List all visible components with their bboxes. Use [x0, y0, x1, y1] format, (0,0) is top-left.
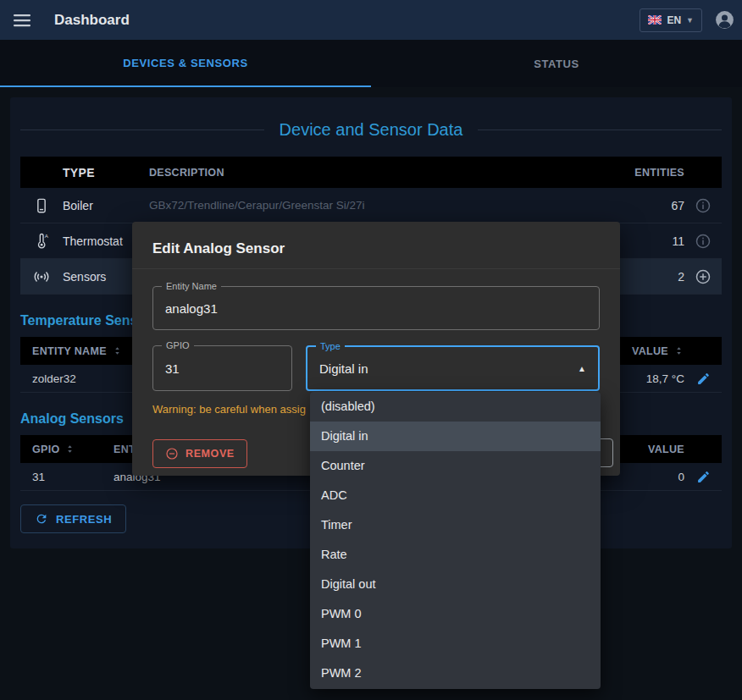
- type-selected-value: Digital in: [307, 361, 578, 376]
- minus-circle-icon: [165, 447, 179, 460]
- card-title: Device and Sensor Data: [280, 120, 463, 140]
- chevron-up-icon: ▲: [578, 364, 586, 373]
- menu-option-adc[interactable]: ADC: [310, 481, 601, 510]
- thermostat-icon: A: [20, 233, 63, 250]
- divider: [478, 130, 722, 130]
- svg-text:A: A: [45, 233, 49, 239]
- sensors-icon: [20, 267, 63, 286]
- user-avatar-icon[interactable]: [714, 9, 735, 30]
- menu-option-pwm2[interactable]: PWM 2: [310, 659, 601, 688]
- type-label: Type: [316, 341, 345, 352]
- sort-icon[interactable]: [64, 444, 75, 455]
- menu-option-disabled[interactable]: (disabled): [310, 392, 601, 422]
- dashboard-page: { "colors": { "accent": "#3d9ae8", "head…: [0, 0, 742, 700]
- uk-flag-icon: [648, 15, 662, 25]
- device-type: Boiler: [63, 199, 149, 212]
- card-title-row: Device and Sensor Data: [20, 118, 722, 141]
- language-selector[interactable]: EN ▼: [640, 8, 702, 32]
- header-value: VALUE: [632, 345, 668, 357]
- tab-bar: DEVICES & SENSORS STATUS: [0, 40, 742, 87]
- gpio-field[interactable]: GPIO: [152, 345, 292, 391]
- sensor-gpio: 31: [20, 471, 102, 483]
- menu-option-pwm0[interactable]: PWM 0: [310, 599, 601, 629]
- info-icon[interactable]: [684, 197, 722, 214]
- header-entity-name: ENTITY NAME: [32, 345, 107, 357]
- remove-label: REMOVE: [186, 448, 235, 460]
- boiler-icon: [20, 197, 63, 214]
- refresh-icon: [35, 512, 48, 526]
- type-dropdown-menu: (disabled) Digital in Counter ADC Timer …: [310, 392, 601, 689]
- dialog-title: Edit Analog Sensor: [132, 222, 620, 269]
- menu-option-timer[interactable]: Timer: [310, 510, 601, 540]
- gpio-label: GPIO: [162, 340, 194, 351]
- header-type: TYPE: [63, 166, 149, 179]
- chevron-down-icon: ▼: [686, 16, 694, 25]
- entity-name-field[interactable]: Entity Name: [152, 286, 600, 330]
- edit-pencil-icon[interactable]: [684, 470, 722, 484]
- type-select[interactable]: Type Digital in ▲: [306, 345, 600, 391]
- device-table-header: TYPE DESCRIPTION ENTITIES: [20, 157, 722, 188]
- refresh-label: REFRESH: [56, 513, 112, 526]
- app-header: Dashboard EN ▼: [0, 0, 742, 40]
- info-icon[interactable]: [684, 233, 722, 250]
- menu-option-digital-in[interactable]: Digital in: [310, 422, 601, 451]
- entity-name-input[interactable]: [153, 301, 599, 316]
- header-entities: ENTITIES: [583, 167, 684, 179]
- menu-option-rate[interactable]: Rate: [310, 540, 601, 570]
- sort-icon[interactable]: [673, 345, 684, 356]
- table-row-boiler[interactable]: Boiler GBx72/Trendline/Cerapur/Greenstar…: [20, 188, 722, 223]
- device-description: GBx72/Trendline/Cerapur/Greenstar Si/27i: [149, 199, 583, 212]
- header-gpio: GPIO: [32, 444, 59, 455]
- divider: [20, 130, 264, 130]
- edit-pencil-icon[interactable]: [684, 372, 722, 386]
- tab-status[interactable]: STATUS: [371, 40, 742, 87]
- menu-option-counter[interactable]: Counter: [310, 451, 601, 481]
- menu-option-digital-out[interactable]: Digital out: [310, 570, 601, 599]
- tab-devices-sensors[interactable]: DEVICES & SENSORS: [0, 40, 371, 87]
- page-title: Dashboard: [54, 12, 130, 29]
- remove-button[interactable]: REMOVE: [152, 439, 247, 468]
- gpio-input[interactable]: [153, 361, 291, 376]
- menu-option-pwm1[interactable]: PWM 1: [310, 629, 601, 659]
- header-value: VALUE: [648, 444, 684, 455]
- header-description: DESCRIPTION: [149, 167, 583, 179]
- entity-name-label: Entity Name: [162, 281, 221, 292]
- add-circle-icon[interactable]: [684, 268, 722, 285]
- language-label: EN: [667, 14, 681, 26]
- menu-icon[interactable]: [14, 14, 30, 27]
- refresh-button[interactable]: REFRESH: [20, 504, 126, 533]
- sort-icon[interactable]: [112, 345, 123, 356]
- device-entities: 67: [583, 199, 684, 212]
